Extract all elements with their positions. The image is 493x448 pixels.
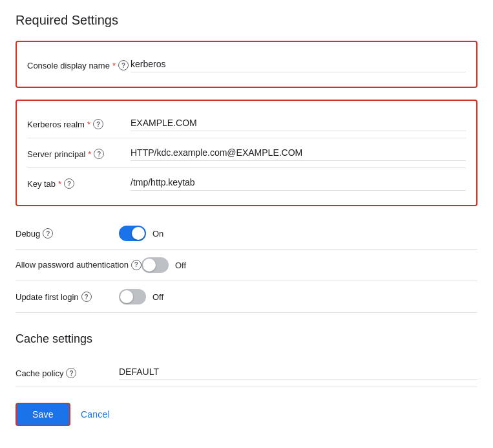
kerberos-settings-group: Kerberos realm * ? Server principal * ? … — [16, 100, 477, 206]
kerberos-realm-label: Kerberos realm * ? — [27, 115, 131, 129]
update-first-login-toggle-container: Off — [119, 289, 163, 304]
cache-policy-row: Cache policy ? — [16, 357, 477, 387]
page-title: Required Settings — [16, 13, 477, 28]
required-star-kt: * — [58, 179, 61, 189]
kerberos-realm-input[interactable] — [131, 115, 466, 131]
key-tab-label: Key tab * ? — [27, 175, 131, 189]
debug-help-icon[interactable]: ? — [43, 228, 53, 239]
update-first-login-row: Update first login ? Off — [16, 281, 477, 313]
allow-password-auth-toggle-container: Off — [142, 257, 186, 273]
buttons-row: Save Cancel — [16, 403, 477, 426]
allow-password-auth-label: Allow password authentication ? — [16, 259, 142, 271]
save-button[interactable]: Save — [16, 403, 70, 426]
console-display-name-help-icon[interactable]: ? — [118, 60, 129, 70]
allow-password-auth-row: Allow password authentication ? Off — [16, 250, 477, 281]
required-star-sp: * — [88, 149, 91, 159]
update-first-login-state-label: Off — [152, 292, 163, 302]
kerberos-realm-row: Kerberos realm * ? — [27, 109, 466, 138]
server-principal-row: Server principal * ? — [27, 138, 466, 168]
allow-password-auth-state-label: Off — [175, 261, 186, 270]
allow-password-auth-toggle-thumb — [143, 259, 156, 272]
cache-settings-title: Cache settings — [16, 332, 477, 346]
debug-toggle-thumb — [132, 227, 145, 240]
debug-toggle[interactable] — [119, 226, 146, 241]
console-display-name-group: Console display name * ? — [16, 41, 477, 88]
key-tab-help-icon[interactable]: ? — [64, 178, 74, 189]
allow-password-auth-help-icon[interactable]: ? — [131, 260, 142, 270]
key-tab-input[interactable] — [131, 175, 466, 191]
debug-state-label: On — [152, 229, 163, 239]
console-display-name-input[interactable] — [131, 56, 466, 72]
required-star: * — [112, 61, 116, 70]
cache-policy-label: Cache policy ? — [16, 364, 119, 378]
update-first-login-toggle-thumb — [120, 290, 133, 303]
key-tab-row: Key tab * ? — [27, 168, 466, 197]
update-first-login-toggle[interactable] — [119, 289, 146, 304]
debug-toggle-container: On — [119, 226, 163, 241]
debug-row: Debug ? On — [16, 218, 477, 250]
cache-policy-help-icon[interactable]: ? — [66, 368, 76, 378]
cancel-button[interactable]: Cancel — [81, 409, 110, 420]
debug-label: Debug ? — [16, 228, 119, 239]
console-display-name-label: Console display name * ? — [27, 56, 131, 70]
cache-policy-input[interactable] — [119, 364, 477, 380]
console-display-name-row: Console display name * ? — [27, 50, 466, 79]
allow-password-auth-toggle[interactable] — [142, 257, 169, 273]
server-principal-label: Server principal * ? — [27, 145, 131, 159]
kerberos-realm-help-icon[interactable]: ? — [93, 119, 103, 129]
update-first-login-label: Update first login ? — [16, 292, 119, 302]
required-star-realm: * — [87, 120, 90, 129]
update-first-login-help-icon[interactable]: ? — [81, 292, 92, 302]
server-principal-input[interactable] — [131, 145, 466, 161]
server-principal-help-icon[interactable]: ? — [94, 149, 104, 159]
